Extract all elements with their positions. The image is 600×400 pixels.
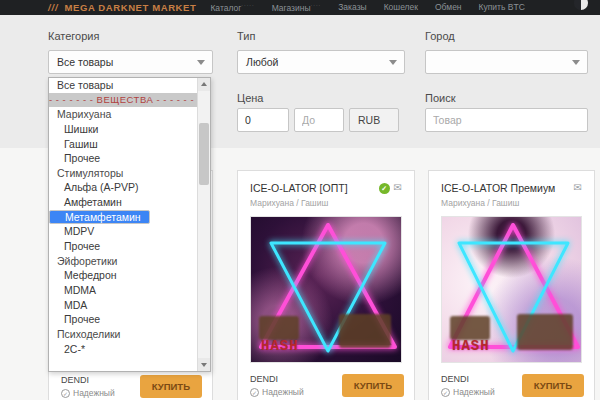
type-label: Тип bbox=[237, 30, 255, 42]
dropdown-option[interactable]: MDMA bbox=[49, 283, 197, 298]
nav-item-catalog[interactable]: Каталог····· bbox=[210, 2, 254, 13]
scroll-up-icon[interactable] bbox=[198, 78, 210, 91]
image-caption: HASH bbox=[452, 338, 490, 354]
page: /// MEGA DARKNET MARKET Каталог····· Маг… bbox=[0, 0, 600, 400]
image-caption: HASH bbox=[261, 338, 299, 354]
product-card[interactable]: ICE-O-LATOR [ОПТ] ✓ ✉ Марихуана / Гашиш … bbox=[237, 170, 415, 400]
seller-badge: ✓ Надежный bbox=[250, 387, 304, 397]
scroll-down-icon[interactable] bbox=[198, 358, 210, 371]
chevron-down-icon bbox=[389, 60, 397, 65]
dropdown-option[interactable]: Гашиш bbox=[49, 137, 197, 152]
dropdown-option[interactable]: Все товары bbox=[49, 78, 197, 93]
dropdown-option[interactable]: 2C-* bbox=[49, 342, 197, 357]
buy-button[interactable]: КУПИТЬ bbox=[342, 374, 404, 397]
category-label: Категория bbox=[48, 30, 99, 42]
product-image[interactable]: HASH bbox=[441, 216, 582, 363]
top-navbar: /// MEGA DARKNET MARKET Каталог····· Маг… bbox=[0, 0, 600, 15]
nav-item-buy-btc[interactable]: Купить BTC bbox=[479, 2, 525, 12]
listbox-scrollbar[interactable] bbox=[197, 78, 210, 371]
product-category: Марихуана / Гашиш bbox=[441, 198, 582, 208]
trusted-check-icon: ✓ bbox=[61, 389, 70, 398]
seller-badge: ✓ Надежный bbox=[441, 387, 495, 397]
envelope-icon[interactable]: ✉ bbox=[394, 183, 402, 193]
city-label: Город bbox=[425, 30, 455, 42]
dropdown-option[interactable]: Психоделики bbox=[49, 327, 197, 342]
logo-slashes-icon: /// bbox=[48, 3, 59, 13]
nav-badge: ····· bbox=[241, 2, 254, 8]
chevron-down-icon bbox=[572, 60, 580, 65]
chevron-down-icon bbox=[197, 60, 205, 65]
nav-item-orders[interactable]: Заказы bbox=[338, 2, 366, 12]
hash-block-graphic bbox=[259, 316, 299, 340]
product-image[interactable]: HASH bbox=[250, 216, 402, 363]
city-select[interactable] bbox=[425, 50, 588, 74]
buy-button[interactable]: КУПИТЬ bbox=[522, 374, 584, 397]
dropdown-option[interactable]: MDA bbox=[49, 298, 197, 313]
dropdown-option[interactable]: Прочее bbox=[49, 312, 197, 327]
dropdown-option[interactable]: MDPV bbox=[49, 224, 197, 239]
dropdown-option[interactable]: Мефедрон bbox=[49, 268, 197, 283]
verified-check-icon: ✓ bbox=[379, 183, 390, 194]
dropdown-option[interactable]: Альфа (А-PVP) bbox=[49, 180, 197, 195]
scrollbar-thumb[interactable] bbox=[199, 123, 209, 185]
product-category: Марихуана / Гашиш bbox=[250, 198, 402, 208]
nav-item-exchange[interactable]: Обмен bbox=[435, 2, 462, 12]
nav-badge: ···· bbox=[311, 2, 322, 8]
hash-block-graphic bbox=[517, 314, 573, 350]
price-min-input[interactable] bbox=[237, 108, 289, 132]
logo-text: MEGA DARKNET MARKET bbox=[65, 2, 197, 13]
search-label: Поиск bbox=[425, 92, 455, 104]
seller-name[interactable]: DENDI bbox=[441, 374, 495, 384]
search-input[interactable] bbox=[425, 108, 588, 132]
seller-badge: ✓ Надежный bbox=[61, 388, 115, 398]
dropdown-option[interactable]: Шишки bbox=[49, 122, 197, 137]
nav-item-shops[interactable]: Магазины···· bbox=[272, 2, 322, 13]
dropdown-option[interactable]: Прочее bbox=[49, 239, 197, 254]
product-title[interactable]: ICE-O-LATOR [ОПТ] bbox=[250, 182, 348, 194]
category-options: Все товары- - - - - - - ВЕЩЕСТВА - - - -… bbox=[49, 78, 197, 371]
currency-select[interactable]: RUB bbox=[349, 108, 399, 132]
nav-item-wallet[interactable]: Кошелек bbox=[384, 2, 418, 12]
half-moon-icon[interactable] bbox=[574, 0, 588, 10]
logo[interactable]: /// MEGA DARKNET MARKET bbox=[48, 2, 196, 13]
dropdown-option[interactable]: Марихуана bbox=[49, 107, 197, 122]
dropdown-option[interactable]: Амфетамин bbox=[49, 195, 197, 210]
dropdown-option[interactable]: Стимуляторы bbox=[49, 166, 197, 181]
category-listbox: Все товары- - - - - - - ВЕЩЕСТВА - - - -… bbox=[48, 77, 211, 372]
nav-menu: Каталог····· Магазины···· Заказы Кошелек… bbox=[210, 2, 541, 13]
trusted-check-icon: ✓ bbox=[441, 388, 450, 397]
product-card[interactable]: ICE-O-LATOR Премиум ✉ Марихуана / Гашиш … bbox=[428, 170, 595, 400]
category-select[interactable]: Все товары bbox=[48, 50, 213, 74]
dropdown-option-selected[interactable]: Метамфетамин bbox=[49, 210, 150, 225]
hash-block-graphic bbox=[450, 316, 490, 340]
product-title[interactable]: ICE-O-LATOR Премиум bbox=[441, 182, 555, 194]
seller-name[interactable]: DENDI bbox=[61, 375, 115, 385]
type-select[interactable]: Любой bbox=[237, 50, 405, 74]
buy-button[interactable]: КУПИТЬ bbox=[140, 375, 202, 398]
trusted-check-icon: ✓ bbox=[250, 388, 259, 397]
dropdown-option[interactable]: Прочее bbox=[49, 151, 197, 166]
hash-block-graphic bbox=[339, 314, 391, 348]
envelope-icon[interactable]: ✉ bbox=[574, 183, 582, 193]
seller-name[interactable]: DENDI bbox=[250, 374, 304, 384]
dropdown-option[interactable]: Эйфоретики bbox=[49, 254, 197, 269]
price-max-input[interactable] bbox=[294, 108, 344, 132]
price-label: Цена bbox=[237, 92, 263, 104]
dropdown-option[interactable]: - - - - - - - ВЕЩЕСТВА - - - - - - - - bbox=[49, 93, 197, 108]
